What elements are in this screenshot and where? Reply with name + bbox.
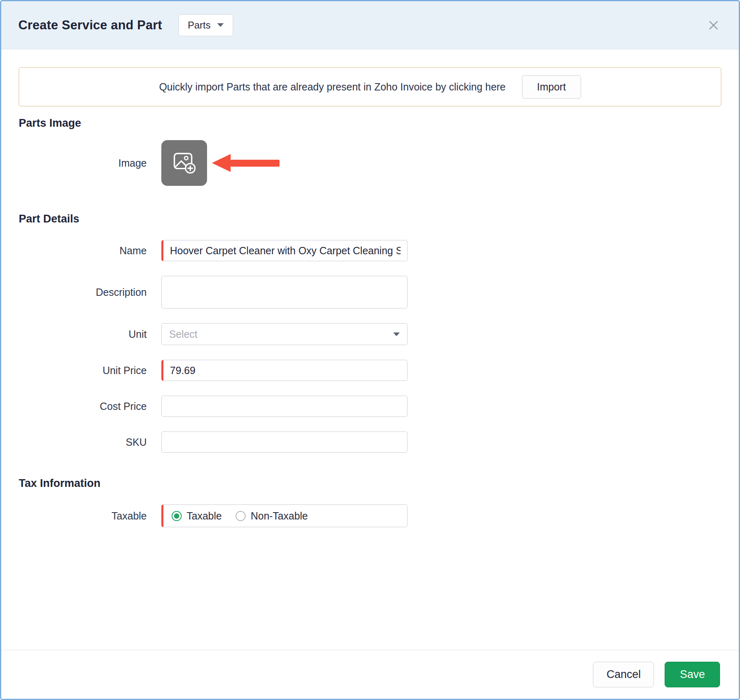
unit-select-placeholder: Select xyxy=(169,328,197,340)
image-upload-row: Image xyxy=(19,140,721,186)
cost-price-label: Cost Price xyxy=(19,401,161,412)
radio-option-taxable-label: Taxable xyxy=(187,510,222,522)
part-details-heading: Part Details xyxy=(19,213,721,225)
tax-information-heading: Tax Information xyxy=(19,477,721,490)
unit-price-row: Unit Price xyxy=(19,360,721,381)
description-label: Description xyxy=(19,286,161,298)
unit-label: Unit xyxy=(19,328,161,340)
dialog-footer: Cancel Save xyxy=(1,650,739,699)
dialog-header: Create Service and Part Parts xyxy=(1,1,739,49)
chevron-down-icon xyxy=(217,23,224,27)
cost-price-input[interactable] xyxy=(161,396,407,417)
import-button[interactable]: Import xyxy=(522,75,581,99)
create-service-and-part-dialog: Create Service and Part Parts Quickly im… xyxy=(0,0,740,700)
radio-option-non-taxable-label: Non-Taxable xyxy=(251,510,308,522)
description-input[interactable] xyxy=(161,276,407,308)
taxable-label: Taxable xyxy=(19,510,161,522)
dialog-title: Create Service and Part xyxy=(18,18,162,33)
import-banner-text: Quickly import Parts that are already pr… xyxy=(159,81,505,93)
cancel-button[interactable]: Cancel xyxy=(593,662,654,687)
red-arrow-annotation xyxy=(212,154,280,172)
type-selector-dropdown[interactable]: Parts xyxy=(178,14,233,36)
parts-image-heading: Parts Image xyxy=(19,117,721,130)
sku-input[interactable] xyxy=(161,431,407,453)
add-image-icon xyxy=(170,148,198,178)
image-upload-button[interactable] xyxy=(161,140,207,186)
close-button[interactable] xyxy=(705,17,722,33)
radio-option-non-taxable[interactable]: Non-Taxable xyxy=(236,510,308,522)
unit-price-input[interactable] xyxy=(161,360,407,381)
unit-select[interactable]: Select xyxy=(161,323,407,345)
image-label: Image xyxy=(19,157,161,169)
radio-option-taxable[interactable]: Taxable xyxy=(172,510,222,522)
import-banner: Quickly import Parts that are already pr… xyxy=(19,67,721,106)
name-input[interactable] xyxy=(161,240,407,261)
name-row: Name xyxy=(19,240,721,261)
dialog-body: Quickly import Parts that are already pr… xyxy=(1,49,739,650)
name-label: Name xyxy=(19,245,161,257)
taxable-radio-group: Taxable Non-Taxable xyxy=(161,504,407,527)
chevron-down-icon xyxy=(393,332,400,336)
radio-selected-icon xyxy=(172,511,182,521)
type-selector-value: Parts xyxy=(188,20,211,31)
sku-row: SKU xyxy=(19,431,721,453)
unit-row: Unit Select xyxy=(19,323,721,345)
unit-price-label: Unit Price xyxy=(19,365,161,376)
taxable-row: Taxable Taxable Non-Taxable xyxy=(19,504,721,527)
description-row: Description xyxy=(19,276,721,308)
save-button[interactable]: Save xyxy=(665,662,720,687)
radio-unselected-icon xyxy=(236,511,246,521)
cost-price-row: Cost Price xyxy=(19,396,721,417)
sku-label: SKU xyxy=(19,436,161,448)
close-icon xyxy=(708,26,719,32)
